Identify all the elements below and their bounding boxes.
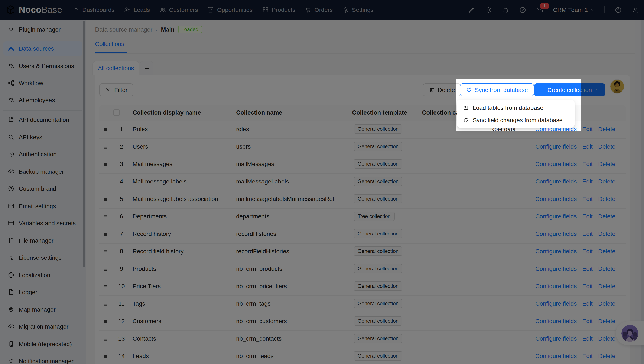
plus-icon [540, 87, 545, 92]
sync-icon [463, 117, 469, 123]
menu-item-load-tables-from-database[interactable]: Load tables from database [459, 101, 573, 114]
overlay-dim-right [581, 79, 644, 131]
sync-dropdown-menu: Load tables from databaseSync field chan… [457, 100, 574, 128]
overlay-dim-bottom [0, 131, 644, 364]
menu-item-sync-field-changes-from-database[interactable]: Sync field changes from database [459, 114, 573, 126]
sync-from-database-button[interactable]: Sync from database [460, 84, 534, 96]
overlay-dim-top [0, 0, 644, 79]
overlay-dim-left [0, 79, 456, 131]
sync-icon [466, 87, 472, 93]
load-tables-icon [463, 104, 469, 110]
